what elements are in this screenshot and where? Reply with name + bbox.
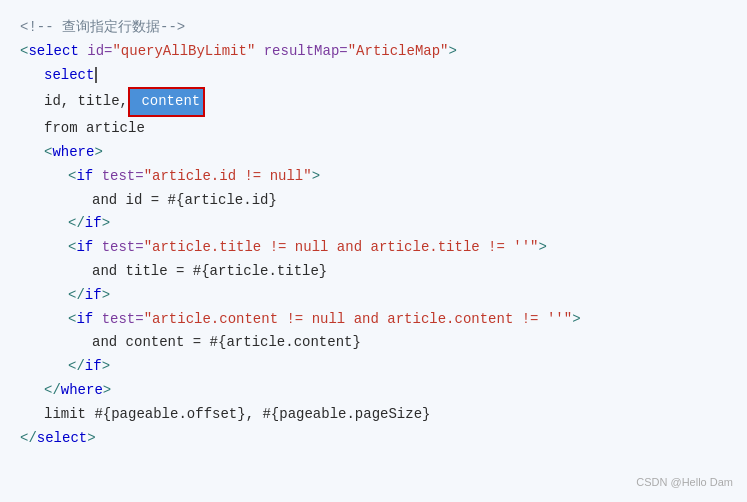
line-fields: id, title, content: [44, 87, 727, 117]
line-select-close: </select>: [20, 427, 727, 451]
code-editor: <!-- 查询指定行数据--> <select id="queryAllByLi…: [0, 0, 747, 502]
line-select-keyword: select: [44, 64, 727, 88]
line-if3-body: and content = #{article.content}: [92, 331, 727, 355]
line-if1-body: and id = #{article.id}: [92, 189, 727, 213]
line-if3-open: <if test="article.content != null and ar…: [68, 308, 727, 332]
line-where-open: <where>: [44, 141, 727, 165]
line-comment: <!-- 查询指定行数据-->: [20, 16, 727, 40]
line-where-close: </where>: [44, 379, 727, 403]
line-if1-close: </if>: [68, 212, 727, 236]
line-if2-body: and title = #{article.title}: [92, 260, 727, 284]
line-if1-open: <if test="article.id != null">: [68, 165, 727, 189]
line-if2-open: <if test="article.title != null and arti…: [68, 236, 727, 260]
line-if3-close: </if>: [68, 355, 727, 379]
text-cursor: [95, 67, 97, 83]
highlighted-content: content: [128, 87, 205, 117]
line-select-open: <select id="queryAllByLimit" resultMap="…: [20, 40, 727, 64]
line-limit: limit #{pageable.offset}, #{pageable.pag…: [44, 403, 727, 427]
line-from: from article: [44, 117, 727, 141]
watermark: CSDN @Hello Dam: [636, 473, 733, 492]
line-if2-close: </if>: [68, 284, 727, 308]
